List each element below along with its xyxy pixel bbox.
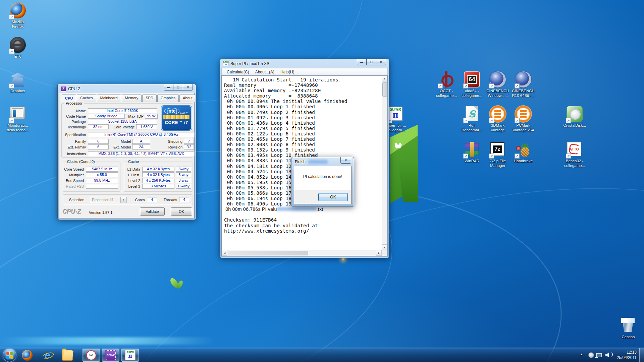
close-icon[interactable]: ✕ (376, 59, 386, 65)
superpi-titlebar[interactable]: SUPERπ Super PI / mod1.5 XS ▬ ◻ ✕ (220, 59, 389, 68)
taskbar-superpi-button[interactable]: SUPERπ (121, 349, 139, 362)
close-icon[interactable]: ✕ (183, 84, 193, 90)
shortcut-arrow-icon: ↗ (463, 154, 468, 159)
cpuz-tab-memory[interactable]: Memory (122, 95, 142, 102)
shortcut-arrow-icon: ↗ (463, 83, 468, 88)
wallpaper-leaf (390, 125, 418, 203)
cpuz-tab-caches[interactable]: Caches (77, 95, 96, 102)
cpuz-window: Z CPU-Z ▬ ◻ ✕ CPUCachesMainboardMemorySP… (57, 84, 196, 220)
scroll-left-arrow[interactable]: ◀ (222, 250, 227, 256)
finish-dialog: Finish ✕ PI calculation is done! OK (291, 157, 354, 207)
stepping-value: 7 (184, 139, 194, 144)
clocks-group: Clocks (Core #0) Core Speed5487.5 MHzMul… (63, 162, 120, 192)
intel-logo-text: intel (164, 108, 179, 114)
tray-utility-icon[interactable] (588, 352, 594, 358)
horizontal-scrollbar[interactable]: ◀ ▶ (222, 250, 382, 256)
shortcut-arrow-icon: ↗ (515, 118, 520, 123)
desktop-icon-bench32[interactable]: ATTO↗Bench32 - collegame... (561, 141, 588, 168)
clock-row-value: 99.8 MHz (86, 178, 118, 183)
superpi-output-line: 0h 00m 03.152s Loop 9 finished (224, 147, 382, 153)
taskbar-internet-explorer-icon[interactable]: e (42, 350, 53, 361)
cpuz-titlebar[interactable]: Z CPU-Z ▬ ◻ ✕ (58, 84, 196, 93)
taskbar-cpuz-button[interactable]: CPU-Z (102, 349, 119, 362)
finish-dialog-body: PI calculation is done! OK (294, 166, 352, 204)
desktop-icon-aida64[interactable]: 64↗aida64 - collegame... (459, 71, 485, 98)
shortcut-arrow-icon: ↗ (489, 154, 494, 159)
clock-row-label: Bus Speed (63, 179, 84, 183)
desktop: ↗Mozilla Firefox↗ET6↗Dropbox↗Monitorag..… (0, 0, 644, 362)
cpuz-tab-mainboard[interactable]: Mainboard (97, 95, 121, 102)
desktop-icon-label: 7-Zip File Manager (485, 159, 511, 168)
vertical-scrollbar[interactable]: ▲ ▼ (382, 76, 387, 250)
validate-button[interactable]: Validate (140, 207, 165, 216)
shortcut-arrow-icon: ↗ (489, 118, 494, 123)
cpuz-tab-about[interactable]: About (179, 95, 196, 102)
superpi-output-line: 0h 00m 02.122s Loop 6 finished (224, 131, 382, 136)
superpi-output-line: 0h 00m 01.779s Loop 5 finished (224, 126, 382, 131)
finish-dialog-titlebar[interactable]: Finish ✕ (291, 157, 354, 166)
desktop-icon-occt[interactable]: ↗OCCT - collegame... (433, 71, 460, 98)
desktop-icon-cinebench[interactable]: ↗CINEBENCH R10 64Bit -... (510, 71, 536, 98)
taskbar-snipping-tool-button[interactable]: ✂ (83, 349, 100, 362)
desktop-icon-handbrake[interactable]: ↗Handbrake (510, 141, 536, 164)
show-hidden-icons-button[interactable]: ▲ (580, 353, 583, 356)
max-tdp-label: Max TDP (126, 114, 144, 118)
core-voltage-label: Core Voltage (111, 125, 135, 129)
scroll-up-arrow[interactable]: ▲ (382, 76, 387, 81)
minimize-button[interactable]: ▬ (357, 59, 367, 65)
technology-label: Technology (67, 125, 86, 129)
desktop-icon-crystaldisk[interactable]: ↗CrystalDisk... (561, 106, 588, 128)
cpuz-brand-logo: CPU-Z (63, 208, 81, 216)
desktop-icon-winrar[interactable]: ↗WinRAR (459, 141, 485, 164)
minimize-button[interactable]: ▬ (164, 84, 173, 90)
volume-icon[interactable] (604, 352, 610, 358)
maximize-button[interactable]: ◻ (173, 84, 183, 90)
desktop-icon-label: Run Benchmar... (459, 123, 485, 132)
desktop-icon-pcmark[interactable]: ↗PCMark Vantage x64 (510, 106, 536, 132)
shortcut-arrow-icon: ↗ (489, 83, 494, 88)
ok-button[interactable]: OK (318, 193, 348, 201)
desktop-icon-mozilla[interactable]: ↗Mozilla Firefox (5, 2, 31, 29)
shortcut-arrow-icon: ↗ (515, 83, 520, 88)
name-label: Name (76, 109, 86, 113)
processor-select[interactable]: Processor #1 (90, 197, 127, 203)
vertical-scroll-thumb[interactable] (382, 82, 387, 97)
menu-helph[interactable]: Help(H) (277, 69, 297, 75)
cores-label: Cores (130, 198, 145, 202)
desktop-icon-7-zip-file[interactable]: 7z↗7-Zip File Manager (485, 141, 511, 168)
desktop-icon-cinebench[interactable]: ↗CINEBENCH Windows ... (485, 71, 511, 98)
desktop-icon-et6[interactable]: ↗ET6 (5, 37, 31, 59)
show-desktop-button[interactable] (639, 348, 644, 362)
redacted-filename (277, 207, 317, 211)
model-value: A (132, 139, 150, 144)
ok-button[interactable]: OK (171, 207, 192, 216)
menu-abouta[interactable]: About...(A) (252, 69, 277, 75)
desktop-icon-run[interactable]: S↗Run Benchmar... (459, 106, 485, 132)
cache-legend: Cache (127, 160, 140, 164)
desktop-icon-cestino[interactable]: Cestino (615, 317, 641, 340)
desktop-icon-3dmark[interactable]: ↗3DMark Vantage (485, 106, 511, 132)
cpuz-tab-cpu[interactable]: CPU (62, 95, 76, 102)
wallpaper-leaf (398, 158, 418, 202)
cache-ways-value: 8-way (176, 172, 191, 177)
cpuz-tab-spd[interactable]: SPD (142, 95, 157, 102)
scroll-down-arrow[interactable]: ▼ (382, 244, 387, 250)
network-icon[interactable] (596, 352, 602, 358)
menu-calculatec[interactable]: Calculate(C) (224, 69, 252, 75)
clocks-legend: Clocks (Core #0) (66, 160, 96, 164)
taskbar-explorer-icon[interactable] (62, 350, 73, 361)
taskbar-firefox-icon[interactable] (21, 350, 33, 361)
scroll-right-arrow[interactable]: ▶ (376, 250, 382, 256)
taskbar: e ✂ CPU-Z SUPERπ ▲ 12:13 25/04/2011 (0, 348, 644, 362)
close-icon[interactable]: ✕ (340, 157, 351, 164)
desktop-icon-monitorag[interactable]: ↗Monitorag... della tecno... (5, 106, 31, 132)
scrollbar-corner (382, 250, 387, 256)
cpuz-tab-graphics[interactable]: Graphics (157, 95, 179, 102)
taskbar-clock[interactable]: 12:13 25/04/2011 (617, 350, 637, 360)
maximize-button[interactable]: ◻ (367, 59, 376, 65)
desktop-icon-dropbox[interactable]: ↗Dropbox (5, 71, 31, 94)
snipping-tool-icon: ✂ (86, 350, 96, 360)
stepping-label: Stepping (162, 139, 182, 143)
horizontal-scroll-thumb[interactable] (228, 251, 308, 255)
start-button[interactable] (3, 348, 16, 362)
